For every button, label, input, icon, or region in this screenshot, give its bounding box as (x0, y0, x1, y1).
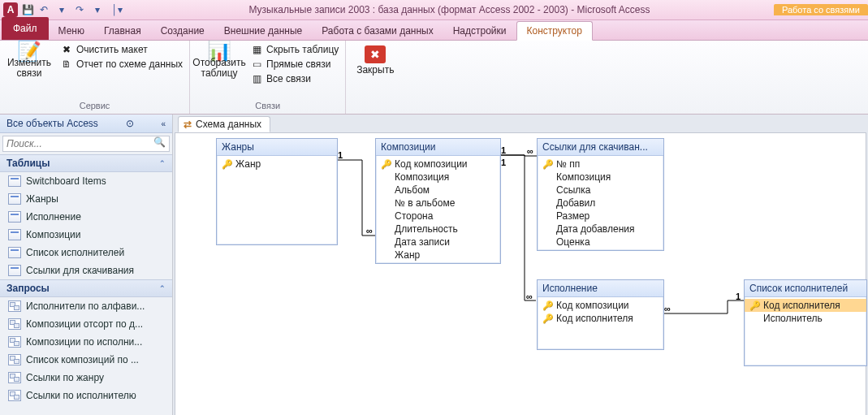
field-name: № пп (556, 158, 580, 170)
table-field[interactable]: 🔑Код исполнителя (745, 299, 866, 312)
nav-collapse-icon[interactable]: « (161, 119, 166, 128)
rel-many: ∞ (366, 226, 373, 236)
table-window-genres[interactable]: Жанры🔑Жанр (216, 138, 338, 245)
ribbon-group-service: 📝 Изменить связи ✖Очистить макет 🗎Отчет … (0, 41, 190, 114)
nav-table-item[interactable]: Switchboard Items (0, 172, 172, 190)
nav-query-item[interactable]: Композиции отсорт по д... (0, 315, 172, 333)
table-header[interactable]: Жанры (217, 139, 337, 156)
table-field[interactable]: 🔑Жанр (217, 158, 337, 171)
nav-table-item[interactable]: Композиции (0, 226, 172, 244)
table-header[interactable]: Исполнение (538, 280, 663, 297)
undo-icon[interactable]: ↶ (37, 3, 50, 16)
table-field[interactable]: Исполнитель (745, 312, 866, 325)
nav-table-item[interactable]: Исполнение (0, 208, 172, 226)
nav-dropdown-icon[interactable]: ⊙ (126, 118, 134, 129)
table-field[interactable]: Добавил (538, 197, 663, 210)
nav-category-tables[interactable]: Таблицы⌃ (0, 154, 172, 172)
tab-file[interactable]: Файл (2, 17, 49, 40)
table-icon (8, 211, 21, 223)
table-field[interactable]: Композиция (376, 171, 500, 184)
tab-dbtools[interactable]: Работа с базами данных (312, 22, 443, 40)
table-field[interactable]: 🔑Код исполнителя (538, 312, 663, 325)
field-list: 🔑Код композиции🔑Код исполнителя (538, 297, 663, 326)
query-icon (8, 372, 21, 383)
table-window-comp[interactable]: Композиции🔑Код композицииКомпозицияАльбо… (375, 138, 501, 264)
qat-customize-icon[interactable]: │▾ (110, 3, 123, 16)
nav-query-item[interactable]: Список композиций по ... (0, 351, 172, 369)
clear-icon: ✖ (60, 44, 73, 55)
table-field[interactable]: Композиция (538, 171, 663, 184)
table-field[interactable]: Дата добавления (538, 223, 663, 236)
relationships-canvas[interactable]: 1 ∞ 1 ∞ 1 ∞ ∞ 1 Жанры🔑Жанр Композиции🔑Ко… (175, 132, 866, 415)
tab-external[interactable]: Внешние данные (214, 22, 313, 40)
clear-layout-button[interactable]: ✖Очистить макет (58, 42, 184, 57)
table-window-perf[interactable]: Исполнение🔑Код композиции🔑Код исполнител… (537, 279, 664, 350)
tab-home[interactable]: Главная (94, 22, 151, 40)
tab-design[interactable]: Конструктор (516, 21, 593, 41)
nav-query-item[interactable]: Композиции по исполни... (0, 333, 172, 351)
table-field[interactable]: Оценка (538, 236, 663, 249)
redo-icon[interactable]: ↷ (73, 3, 86, 16)
show-table-button[interactable]: 📊 Отобразить таблицу (195, 42, 244, 79)
tab-create[interactable]: Создание (151, 22, 214, 40)
tab-addins[interactable]: Надстройки (443, 22, 516, 40)
table-window-links[interactable]: Ссылки для скачиван...🔑№ ппКомпозицияСсы… (537, 138, 664, 251)
nav-title: Все объекты Access (6, 118, 98, 129)
table-field[interactable]: 🔑№ пп (538, 158, 663, 171)
table-window-artists[interactable]: Список исполнителей🔑Код исполнителяИспол… (744, 279, 867, 366)
field-name: Код композиции (556, 300, 629, 311)
nav-table-item[interactable]: Ссылки для скачивания (0, 262, 172, 279)
nav-item-label: Ссылки для скачивания (26, 265, 134, 276)
nav-table-item[interactable]: Жанры (0, 190, 172, 208)
search-input[interactable] (3, 136, 150, 151)
table-field[interactable]: 🔑Код композиции (376, 158, 500, 171)
table-field[interactable]: Ссылка (538, 184, 663, 197)
group-label-links: Связи (195, 101, 340, 112)
close-button[interactable]: ✖ Закрыть (351, 42, 399, 76)
table-field[interactable]: Альбом (376, 184, 500, 197)
table-icon (8, 175, 21, 187)
table-field[interactable]: Сторона (376, 210, 500, 223)
table-header[interactable]: Список исполнителей (745, 280, 866, 297)
document-tab-label: Схема данных (196, 119, 261, 130)
table-field[interactable]: 🔑Код композиции (538, 299, 663, 312)
nav-query-item[interactable]: Исполнители по алфави... (0, 297, 172, 315)
nav-search: 🔍 (2, 136, 170, 152)
nav-item-label: Композиции (26, 229, 80, 240)
hide-table-button[interactable]: ▦Скрыть таблицу (248, 42, 340, 57)
field-name: Добавил (556, 197, 595, 209)
ribbon-group-links: 📊 Отобразить таблицу ▦Скрыть таблицу ▭Пр… (190, 41, 346, 114)
nav-category-queries[interactable]: Запросы⌃ (0, 279, 172, 297)
table-field[interactable]: Размер (538, 210, 663, 223)
rel-many: ∞ (664, 304, 671, 313)
contextual-tab-group: Работа со связями (774, 4, 868, 15)
field-name: Дата записи (395, 236, 450, 248)
table-header[interactable]: Композиции (376, 139, 500, 156)
document-tab[interactable]: ⇄ Схема данных (178, 116, 270, 132)
field-name: Код исполнителя (763, 300, 840, 311)
rel-one: 1 (501, 145, 506, 155)
table-field[interactable]: Жанр (376, 249, 500, 262)
field-list: 🔑Код композицииКомпозицияАльбом№ в альбо… (376, 156, 500, 263)
navigation-pane: Все объекты Access ⊙ « 🔍 Таблицы⌃ Switch… (0, 115, 173, 415)
query-icon (8, 318, 21, 330)
search-icon[interactable]: 🔍 (150, 136, 169, 151)
direct-links-button[interactable]: ▭Прямые связи (248, 57, 340, 71)
schema-report-button[interactable]: 🗎Отчет по схеме данных (58, 57, 184, 71)
table-icon (8, 229, 21, 240)
all-links-button[interactable]: ▥Все связи (248, 71, 340, 86)
table-field[interactable]: Дата записи (376, 236, 500, 249)
field-list: 🔑Код исполнителяИсполнитель (745, 297, 866, 326)
table-field[interactable]: № в альбоме (376, 197, 500, 210)
table-header[interactable]: Ссылки для скачиван... (538, 139, 663, 156)
nav-query-item[interactable]: Ссылки по исполнителю (0, 387, 172, 404)
save-icon[interactable]: 💾 (21, 3, 34, 16)
nav-item-label: Switchboard Items (26, 175, 106, 187)
tab-menu[interactable]: Меню (49, 22, 94, 40)
nav-table-item[interactable]: Список исполнителей (0, 244, 172, 262)
nav-header[interactable]: Все объекты Access ⊙ « (0, 115, 172, 133)
report-label: Отчет по схеме данных (76, 58, 183, 70)
table-field[interactable]: Длительность (376, 223, 500, 236)
nav-query-item[interactable]: Ссылки по жанру (0, 369, 172, 387)
edit-relations-button[interactable]: 📝 Изменить связи (5, 42, 54, 79)
